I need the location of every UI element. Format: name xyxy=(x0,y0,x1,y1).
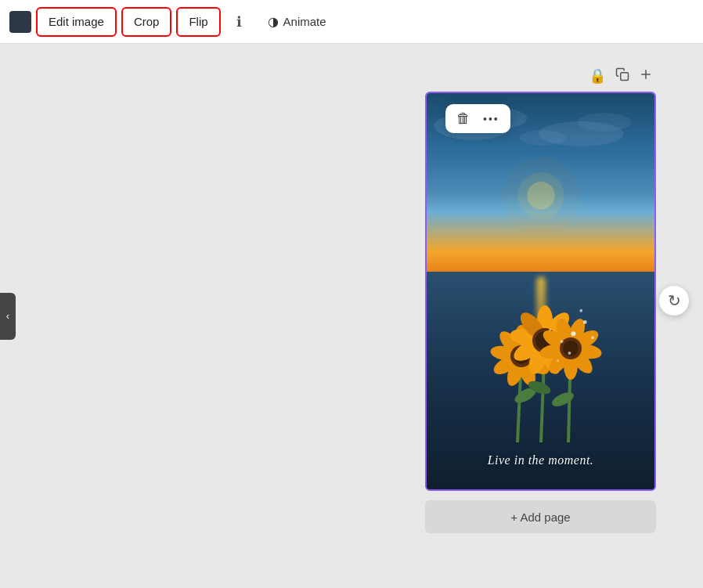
color-swatch[interactable] xyxy=(9,11,31,33)
svg-point-55 xyxy=(591,336,594,339)
image-card[interactable]: Live in the moment. 🗑 ••• xyxy=(425,92,656,491)
add-element-icon[interactable] xyxy=(639,67,653,85)
image-background: Live in the moment. 🗑 ••• xyxy=(427,93,654,489)
canvas-container: 🔒 xyxy=(425,67,656,533)
animate-icon: ◑ xyxy=(268,14,279,29)
card-top-icons: 🔒 xyxy=(425,67,656,85)
left-arrow[interactable]: ‹ xyxy=(0,293,16,340)
image-toolbar: 🗑 ••• xyxy=(445,104,510,133)
svg-point-50 xyxy=(571,331,575,336)
svg-rect-0 xyxy=(621,73,629,81)
info-button[interactable]: ℹ xyxy=(225,8,254,36)
rotate-icon: ↻ xyxy=(668,291,681,310)
left-chevron-icon: ‹ xyxy=(6,310,9,322)
more-options-icon[interactable]: ••• xyxy=(483,113,499,125)
add-page-button[interactable]: + Add page xyxy=(425,500,656,533)
duplicate-icon[interactable] xyxy=(615,67,629,85)
svg-point-57 xyxy=(579,309,582,312)
info-icon: ℹ xyxy=(236,13,242,31)
svg-point-51 xyxy=(561,340,564,343)
delete-icon[interactable]: 🗑 xyxy=(456,110,470,127)
sparkles-overlay xyxy=(427,93,654,489)
svg-point-52 xyxy=(583,320,587,324)
rotate-button[interactable]: ↻ xyxy=(659,286,689,316)
canvas-area: ‹ 🔒 xyxy=(0,44,703,588)
flip-button[interactable]: Flip xyxy=(176,7,220,37)
edit-image-button[interactable]: Edit image xyxy=(36,7,117,37)
animate-label: Animate xyxy=(283,15,326,28)
crop-button[interactable]: Crop xyxy=(121,7,172,37)
svg-point-56 xyxy=(557,359,559,362)
svg-point-53 xyxy=(568,352,571,355)
toolbar: Edit image Crop Flip ℹ ◑ Animate xyxy=(0,0,703,44)
animate-button[interactable]: ◑ Animate xyxy=(258,9,336,34)
image-caption: Live in the moment. xyxy=(427,453,654,467)
lock-icon[interactable]: 🔒 xyxy=(589,67,606,85)
svg-point-54 xyxy=(549,329,551,331)
